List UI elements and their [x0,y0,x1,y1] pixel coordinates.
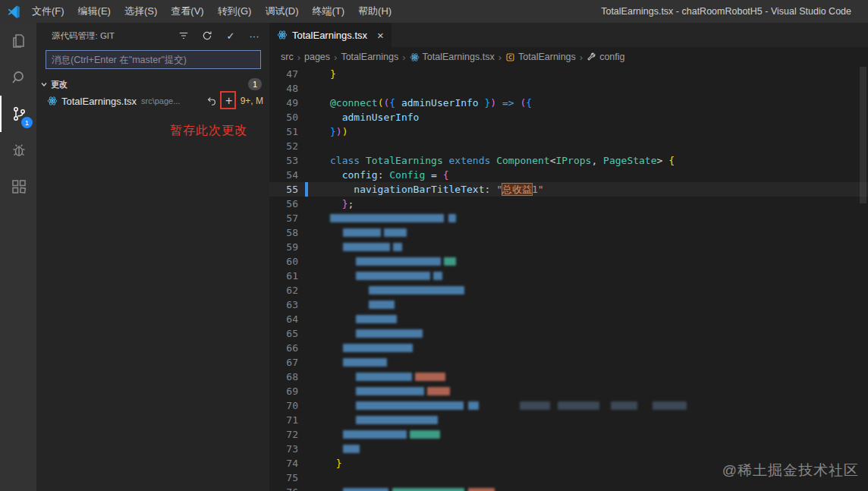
code-line-55: 55 navigationBarTitleText: "总收益1" [269,182,868,197]
redacted-code-block [433,272,442,280]
activity-extensions-icon[interactable] [0,168,36,205]
sidebar-title: 源代码管理: GIT [52,30,115,42]
gutter-decorations [303,312,330,326]
chevron-right-icon: › [498,52,502,63]
menu-bar: 文件(F)编辑(E)选择(S)查看(V)转到(G)调试(D)终端(T)帮助(H) [25,5,398,18]
code-text [330,326,868,341]
code-text [330,370,868,384]
code-text: navigationBarTitleText: "总收益1" [330,182,868,197]
gutter-decorations [303,225,330,240]
chevron-right-icon: › [334,52,337,63]
more-actions-icon[interactable]: ··· [248,30,260,42]
gutter-decorations [303,81,330,96]
react-file-icon [410,52,420,62]
line-number: 65 [269,326,303,341]
activity-debug-icon[interactable] [0,132,36,168]
line-number: 75 [269,471,303,485]
activity-source-control-icon[interactable]: 1 [0,96,36,132]
menu-item-2[interactable]: 选择(S) [118,5,164,18]
changes-section-header[interactable]: 更改 1 [36,76,269,93]
menu-item-7[interactable]: 帮助(H) [351,5,398,18]
gutter-decorations [303,326,330,341]
tab-totalearnings[interactable]: TotalEarnings.tsx × [269,23,392,47]
gutter-decorations [303,197,330,211]
stage-changes-icon[interactable]: + [223,95,235,107]
modified-line-marker [305,182,308,197]
code-line-52: 52 [269,139,868,153]
code-line-66: 66 [269,341,868,355]
line-number: 68 [269,370,303,384]
discard-changes-icon[interactable] [206,95,218,107]
breadcrumb-item-pages[interactable]: pages [304,52,330,62]
code-area[interactable]: 47}4849@connect(({ adminUserInfo }) => (… [269,67,868,491]
activity-explorer-icon[interactable] [0,23,36,59]
vertical-scrollbar[interactable] [860,67,866,203]
line-number: 49 [269,96,303,110]
gutter-decorations [303,182,330,197]
code-line-67: 67 [269,355,868,370]
line-number: 52 [269,139,303,153]
source-control-sidebar: 源代码管理: GIT ✓ ··· 更改 1 [36,23,269,491]
code-line-51: 51})) [269,124,868,139]
filter-icon[interactable] [178,30,190,42]
menu-item-4[interactable]: 转到(G) [211,5,259,18]
gutter-decorations [303,456,330,471]
code-line-76: 76 [269,485,868,491]
redacted-code-block [343,445,360,453]
line-number: 69 [269,384,303,398]
changes-section-label: 更改 [51,79,68,90]
gutter-decorations [303,370,330,384]
redacted-code-block [468,401,479,410]
code-lines: 47}4849@connect(({ adminUserInfo }) => (… [269,67,868,491]
refresh-icon[interactable] [201,30,213,42]
wrench-icon [587,52,596,62]
redacted-code-block [520,401,550,410]
code-text: }; [330,197,868,211]
breadcrumb-item-config[interactable]: config [587,52,624,62]
code-text: })) [330,124,868,139]
code-line-60: 60 [269,254,868,269]
editor-area: TotalEarnings.tsx × src›pages›TotalEarni… [269,23,868,491]
line-number: 58 [269,225,303,240]
commit-check-icon[interactable]: ✓ [225,30,237,42]
menu-item-6[interactable]: 终端(T) [305,5,351,18]
redacted-code-block [384,228,407,237]
breadcrumb-item-TotalEarnings.tsx[interactable]: TotalEarnings.tsx [410,52,495,62]
gutter-decorations [303,442,330,456]
redacted-code-block [343,344,413,352]
code-line-61: 61 [269,269,868,283]
menu-item-0[interactable]: 文件(F) [25,5,71,18]
activity-search-icon[interactable] [0,59,36,96]
gutter-decorations [303,254,330,269]
breadcrumb-item-TotalEarnings[interactable]: TotalEarnings [505,52,576,62]
redacted-code-block [448,214,456,222]
code-line-54: 54 config: Config = { [269,168,868,182]
vscode-window: 文件(F)编辑(E)选择(S)查看(V)转到(G)调试(D)终端(T)帮助(H)… [0,0,868,491]
redacted-code-block [427,387,450,395]
redacted-code-block [343,488,388,491]
breadcrumb-item-TotalEarnings[interactable]: TotalEarnings [341,52,398,62]
line-number: 72 [269,427,303,442]
gutter-decorations [303,67,330,81]
redacted-code-block [356,315,397,323]
commit-message-input[interactable] [46,50,261,69]
line-number: 64 [269,312,303,326]
redacted-code-block [356,257,441,266]
menu-item-5[interactable]: 调试(D) [258,5,305,18]
line-number: 53 [269,153,303,168]
chevron-right-icon: › [402,52,405,63]
redacted-code-block [558,401,599,410]
breadcrumb-item-src[interactable]: src [281,52,294,62]
line-number: 51 [269,124,303,139]
line-number: 61 [269,269,303,283]
gutter-decorations [303,240,330,254]
changed-file-row[interactable]: TotalEarnings.tsx src\page... + 9+, M [36,93,269,109]
redacted-code-block [392,488,464,491]
line-number: 54 [269,168,303,182]
menu-item-1[interactable]: 编辑(E) [71,5,118,18]
line-number: 55 [269,182,303,197]
close-icon[interactable]: × [377,29,384,42]
gutter-decorations [303,413,330,427]
gutter-decorations [303,168,330,182]
menu-item-3[interactable]: 查看(V) [164,5,210,18]
